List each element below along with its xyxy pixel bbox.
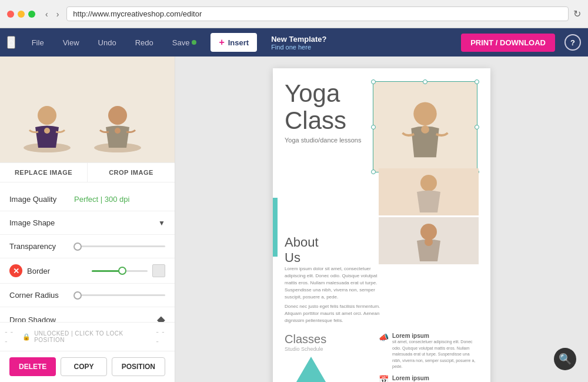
redo-button[interactable]: Redo (131, 36, 158, 49)
aside-item-2: 📅 Lorem ipsum sit amet, consectetuer adi… (379, 375, 479, 382)
handle-top-right[interactable] (475, 79, 479, 84)
chevron-down-icon: ▼ (158, 219, 165, 227)
body-text-content: Lorem ipsum dolor sit amet, consectetuer… (285, 266, 377, 300)
traffic-lights (7, 11, 35, 18)
delete-button[interactable]: DELETE (9, 357, 56, 376)
svg-point-13 (420, 224, 437, 240)
corner-radius-slider[interactable] (74, 294, 165, 296)
triangle-shape (290, 357, 332, 382)
corner-radius-label: Corner Radius (9, 291, 74, 300)
svg-point-14 (425, 238, 433, 246)
body-text-content-2: Donec nec justo eget felis facilisis fer… (285, 304, 380, 323)
corner-radius-thumb[interactable] (74, 291, 82, 300)
nav-arrows: ‹ › (42, 8, 62, 20)
insert-plus-icon: + (219, 37, 224, 48)
crop-image-button[interactable]: CROP IMAGE (88, 163, 175, 182)
transparency-thumb[interactable] (74, 243, 82, 251)
calendar-icon: 📅 (379, 375, 389, 382)
border-toggle-button[interactable]: ✕ (9, 264, 22, 277)
refresh-button[interactable]: ↻ (573, 8, 581, 19)
border-row: ✕ Border (0, 258, 175, 283)
border-control (92, 264, 165, 277)
back-button[interactable]: ‹ (42, 8, 51, 20)
save-button[interactable]: Save (168, 36, 202, 49)
url-bar[interactable] (66, 6, 569, 21)
new-template-link[interactable]: Find one here (271, 44, 326, 51)
lock-icon: 🔒 (22, 333, 31, 341)
title-line1: Yoga (285, 79, 340, 107)
close-icon: ✕ (13, 267, 19, 275)
yoga-scene-svg (0, 57, 175, 162)
svg-point-2 (38, 106, 56, 125)
yoga-thumb-top (379, 168, 479, 215)
border-label: Border (27, 267, 92, 275)
print-download-button[interactable]: PRINT / DOWNLOAD (461, 34, 555, 52)
selected-image-content (373, 82, 477, 172)
drop-shadow-control: ◆ (74, 313, 165, 322)
image-shape-label: Image Shape (9, 218, 74, 227)
handle-top-left[interactable] (371, 79, 376, 84)
title-line2: Class (285, 107, 346, 134)
about-title-text: About (285, 235, 319, 250)
properties-panel: Image Quality Perfect | 300 dpi Image Sh… (0, 182, 175, 322)
transparency-row: Transparency (0, 234, 175, 258)
zoom-button[interactable]: 🔍 (554, 348, 576, 370)
yoga-scene (0, 57, 175, 162)
save-label: Save (172, 38, 190, 47)
body-text-2: Donec nec justo eget felis facilisis fer… (285, 303, 382, 324)
handle-middle-right[interactable] (475, 125, 479, 129)
yoga-thumb-bottom (379, 217, 479, 264)
lock-bar[interactable]: - - - 🔒 UNLOCKED | CLICK TO LOCK POSITIO… (0, 323, 175, 351)
replace-image-button[interactable]: REPLACE IMAGE (0, 163, 88, 182)
maximize-traffic-light[interactable] (28, 11, 35, 18)
drop-shadow-label: Drop Shadow (9, 315, 74, 323)
new-template-title: New Template? (271, 35, 326, 44)
border-color-swatch[interactable] (152, 264, 165, 277)
svg-point-11 (420, 175, 437, 191)
aside-2-title: Lorem ipsum (392, 375, 479, 381)
body-text-1: Lorem ipsum dolor sit amet, consectetuer… (285, 265, 382, 301)
image-preview (0, 57, 175, 162)
aside-1-content: Lorem ipsum sit amet, consectetuer adipi… (392, 333, 479, 370)
aside-item-1: 📣 Lorem ipsum sit amet, consectetuer adi… (379, 333, 479, 370)
minimize-traffic-light[interactable] (18, 11, 25, 18)
classes-left: Classes Studio Schedule • Class One - 8:… (285, 333, 369, 382)
main-layout: REPLACE IMAGE CROP IMAGE Image Quality P… (0, 57, 588, 382)
document: Yoga Class Yoga studio/dance lessons (273, 68, 490, 382)
image-selection-box[interactable] (373, 81, 477, 172)
border-thumb[interactable] (118, 267, 126, 275)
close-traffic-light[interactable] (7, 11, 14, 18)
image-actions: REPLACE IMAGE CROP IMAGE (0, 162, 175, 182)
canvas-area[interactable]: Yoga Class Yoga studio/dance lessons (175, 57, 588, 382)
handle-middle-left[interactable] (371, 125, 376, 129)
file-menu[interactable]: File (27, 36, 49, 49)
transparency-slider[interactable] (74, 245, 165, 247)
insert-button[interactable]: + Insert (211, 33, 257, 52)
classes-title: Classes (285, 333, 369, 346)
handle-top-middle[interactable] (423, 79, 427, 84)
copy-button[interactable]: COPY (61, 357, 106, 376)
home-button[interactable]: ⌂ (7, 36, 15, 49)
aside-1-text: sit amet, consectetuer adipiscing elit. … (392, 339, 479, 370)
view-menu[interactable]: View (58, 36, 84, 49)
megaphone-icon: 📣 (379, 333, 389, 342)
drop-shadow-row: Drop Shadow ◆ (0, 307, 175, 322)
drop-shadow-icon[interactable]: ◆ (157, 313, 165, 322)
svg-point-8 (413, 102, 436, 125)
border-slider[interactable] (92, 270, 148, 272)
bottom-panel: - - - 🔒 UNLOCKED | CLICK TO LOCK POSITIO… (0, 322, 175, 382)
position-button[interactable]: POSITION (112, 357, 165, 376)
transparency-label: Transparency (9, 242, 74, 251)
help-button[interactable]: ? (564, 34, 581, 51)
svg-point-3 (44, 128, 50, 134)
dash-2: - - - (156, 327, 170, 346)
insert-label: Insert (228, 38, 249, 47)
aside-section: 📣 Lorem ipsum sit amet, consectetuer adi… (379, 333, 479, 382)
browser-chrome: ‹ › ↻ (0, 0, 588, 28)
image-shape-row[interactable]: Image Shape ▼ (0, 211, 175, 234)
new-template-promo: New Template? Find one here (271, 35, 326, 51)
svg-point-6 (115, 128, 121, 134)
handle-bottom-left[interactable] (371, 170, 376, 174)
forward-button[interactable]: › (54, 8, 62, 20)
undo-button[interactable]: Undo (93, 36, 121, 49)
